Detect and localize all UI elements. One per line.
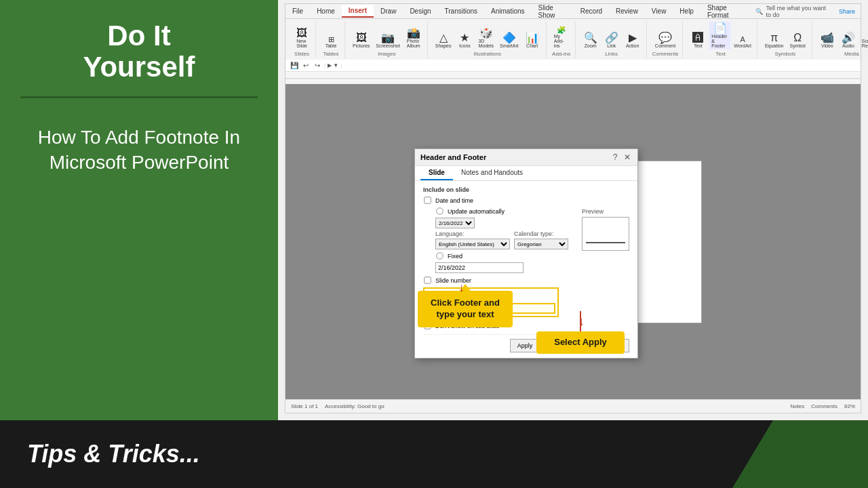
smartart-icon: 🔷 — [502, 33, 516, 43]
fixed-radio[interactable] — [436, 252, 443, 259]
tab-insert[interactable]: Insert — [342, 5, 374, 18]
addin-items: 🧩 My Add-ins — [552, 22, 571, 51]
media-group-label: Media — [818, 51, 868, 58]
comments-btn[interactable]: Comments — [811, 403, 837, 409]
bottom-footer-text: Tips & Tricks... — [27, 440, 200, 468]
tab-view[interactable]: View — [645, 5, 673, 17]
equation-btn[interactable]: π Equation — [763, 31, 786, 49]
left-divider — [20, 96, 258, 98]
calendar-select[interactable]: Gregorian — [514, 239, 568, 249]
tab-home[interactable]: Home — [310, 5, 342, 17]
update-auto-label: Update automatically — [448, 208, 505, 215]
images-group-label: Images — [351, 51, 423, 58]
wordart-icon: A — [740, 36, 745, 43]
ruler-bar — [285, 72, 861, 81]
dialog-close-btn[interactable]: ✕ — [623, 152, 632, 162]
wordart-btn[interactable]: A WordArt — [732, 35, 753, 49]
links-items: 🔍 Zoom 🔗 Link ▶ Action — [581, 22, 642, 51]
text-box-icon: 🅰 — [692, 33, 703, 43]
photo-album-btn[interactable]: 📸 PhotoAlbum — [404, 26, 423, 49]
symbol-btn[interactable]: Ω Symbol — [788, 31, 808, 49]
slide-number-label: Slide number — [435, 277, 471, 284]
link-icon: 🔗 — [605, 33, 618, 43]
icons-btn[interactable]: ★ Icons — [455, 31, 474, 49]
apply-button[interactable]: Apply — [510, 339, 540, 352]
language-select[interactable]: English (United States) — [435, 239, 510, 249]
zoom-level: 82% — [844, 403, 855, 409]
dialog-overlay: Header and Footer ? ✕ Slide Notes and Ha… — [285, 84, 861, 399]
share-btn[interactable]: Share — [833, 8, 861, 15]
dialog-tab-notes[interactable]: Notes and Handouts — [453, 166, 531, 180]
tab-record[interactable]: Record — [574, 5, 609, 17]
links-group-label: Links — [581, 51, 642, 58]
tab-slideshow[interactable]: Slide Show — [532, 2, 574, 21]
text-box-btn[interactable]: 🅰 Text — [688, 31, 707, 49]
slide-number-checkbox[interactable] — [424, 277, 431, 283]
date-time-checkbox[interactable] — [424, 197, 431, 203]
video-btn[interactable]: 📹 Video — [818, 31, 837, 49]
action-btn[interactable]: ▶ Action — [623, 31, 642, 49]
link-btn[interactable]: 🔗 Link — [602, 31, 621, 49]
tab-transitions[interactable]: Transitions — [438, 5, 485, 17]
3d-models-icon: 🎲 — [479, 28, 493, 39]
down-arrow-footer: ↓ — [458, 281, 465, 295]
new-slide-btn[interactable]: 🖼 NewSlide — [292, 26, 311, 49]
update-auto-radio[interactable] — [436, 207, 443, 214]
tab-review[interactable]: Review — [609, 5, 645, 17]
audio-btn[interactable]: 🔊 Audio — [839, 31, 858, 49]
header-footer-btn[interactable]: 📄 Header& Footer — [709, 22, 730, 49]
notes-btn[interactable]: Notes — [790, 403, 804, 409]
status-bar: Slide 1 of 1 Accessibility: Good to go N… — [285, 399, 861, 413]
update-auto-row: Update automatically — [435, 207, 559, 216]
language-col: Language: English (United States) — [435, 230, 510, 249]
my-addins-icon: 🧩 — [557, 26, 566, 34]
tab-draw[interactable]: Draw — [374, 5, 403, 17]
date-time-label: Date and time — [435, 197, 473, 204]
group-media: 📹 Video 🔊 Audio ⏺ ScreenRecording Media — [814, 22, 868, 58]
screenshot-btn[interactable]: 📷 Screenshot — [374, 31, 401, 49]
preview-footer-line — [586, 242, 625, 243]
right-panel: File Home Insert Draw Design Transitions… — [278, 0, 868, 420]
addins-group-label: Add-ins — [552, 51, 571, 58]
3d-models-btn[interactable]: 🎲 3DModels — [476, 26, 496, 49]
comment-icon: 💬 — [658, 33, 672, 43]
shapes-btn[interactable]: △ Shapes — [433, 31, 454, 49]
ribbon-tabs: File Home Insert Draw Design Transitions… — [285, 4, 861, 19]
zoom-btn[interactable]: 🔍 Zoom — [581, 31, 600, 49]
icons-icon: ★ — [460, 33, 469, 43]
include-section-title: Include on slide — [423, 186, 559, 193]
action-icon: ▶ — [629, 33, 637, 43]
ppt-window: File Home Insert Draw Design Transitions… — [285, 3, 861, 413]
symbols-group-label: Symbols — [763, 51, 808, 58]
redo-icon[interactable]: ↪ — [313, 61, 322, 70]
chart-btn[interactable]: 📊 Chart — [523, 31, 542, 49]
tab-help[interactable]: Help — [673, 5, 701, 17]
tab-file[interactable]: File — [285, 5, 310, 17]
comment-btn[interactable]: 💬 Comment — [653, 31, 677, 49]
table-btn[interactable]: ⊞ Table — [321, 35, 340, 49]
tab-shape-format[interactable]: Shape Format — [701, 2, 751, 21]
tab-design[interactable]: Design — [403, 5, 437, 17]
dialog-title-bar: Header and Footer ? ✕ — [415, 149, 637, 166]
preview-label: Preview — [582, 208, 629, 215]
lang-cal-row: Language: English (United States) Calend… — [435, 230, 559, 249]
preview-box: Preview — [582, 208, 629, 251]
my-addins-btn[interactable]: 🧩 My Add-ins — [552, 25, 571, 49]
date-time-row: Date and time — [423, 196, 559, 205]
screen-recording-btn[interactable]: ⏺ ScreenRecording — [860, 26, 868, 49]
dialog-tab-slide[interactable]: Slide — [420, 166, 453, 180]
smartart-btn[interactable]: 🔷 SmartArt — [498, 31, 521, 49]
tab-animations[interactable]: Animations — [484, 5, 531, 17]
left-panel: Do It Yourself How To Add Footnote In Mi… — [0, 0, 278, 420]
pictures-btn[interactable]: 🖼 Pictures — [351, 31, 372, 49]
media-items: 📹 Video 🔊 Audio ⏺ ScreenRecording — [818, 22, 868, 51]
fixed-date-input[interactable] — [435, 262, 524, 273]
date-time-options: Update automatically 2/16/2022 Language: — [423, 207, 559, 273]
search-bar[interactable]: 🔍 Tell me what you want to do — [750, 5, 833, 18]
date-select[interactable]: 2/16/2022 — [435, 218, 475, 228]
chart-icon: 📊 — [526, 33, 539, 43]
save-icon[interactable]: 💾 — [290, 61, 299, 70]
undo-icon[interactable]: ↩ — [301, 61, 311, 70]
slides-items: 🖼 NewSlide — [292, 22, 311, 51]
dialog-help-btn[interactable]: ? — [610, 152, 620, 162]
